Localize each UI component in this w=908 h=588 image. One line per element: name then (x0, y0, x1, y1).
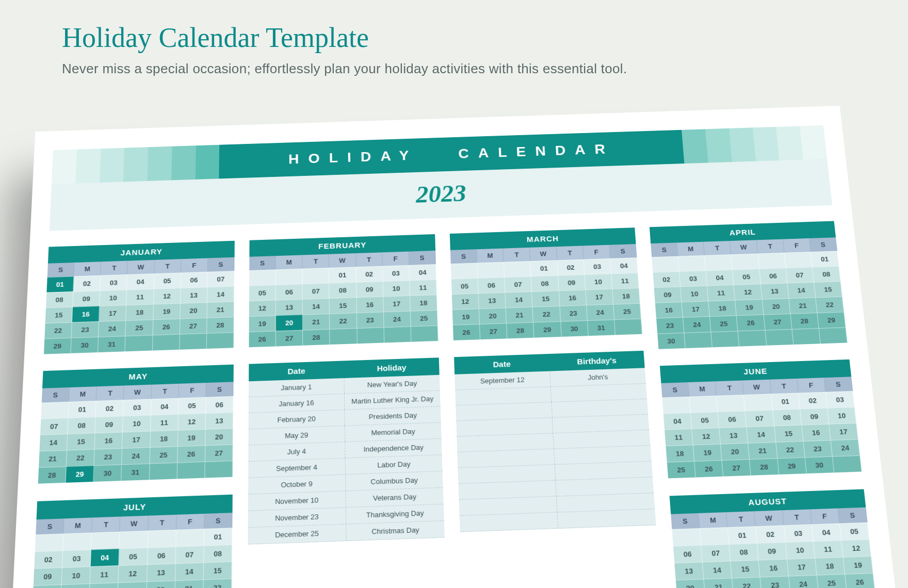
dow-cell: W (127, 260, 154, 274)
day-cell: 14 (303, 298, 330, 315)
month-january: JANUARYSMTWTFS01020304050607080910111213… (44, 241, 235, 354)
day-empty: 00 (732, 254, 759, 270)
day-empty: 00 (672, 528, 701, 546)
day-cell: 25 (150, 446, 177, 463)
day-cell: 13 (674, 562, 704, 580)
dow-cell: M (477, 249, 504, 263)
day-cell: 29 (777, 457, 807, 475)
day-cell: 19 (249, 315, 276, 332)
day-cell: 24 (587, 304, 614, 321)
day-cell: 08 (46, 291, 73, 307)
dow-cell: M (699, 512, 728, 528)
day-cell: 12 (692, 428, 721, 445)
day-cell: 17 (99, 305, 126, 321)
dow-cell: S (838, 508, 867, 524)
day-cell: 11 (611, 273, 639, 289)
day-cell: 03 (62, 549, 91, 567)
dow-cell: T (303, 254, 330, 269)
day-cell: 07 (40, 418, 69, 435)
day-cell: 22 (816, 297, 844, 313)
table-cell: Thanksgiving Day (346, 504, 444, 524)
day-cell: 10 (62, 566, 91, 584)
day-empty: 00 (177, 462, 205, 479)
day-empty: 00 (833, 455, 862, 473)
day-cell: 19 (178, 429, 206, 446)
day-cell: 31 (122, 463, 150, 481)
day-cell: 06 (206, 396, 233, 413)
day-cell: 11 (90, 565, 119, 583)
table-cell: October 9 (248, 475, 346, 494)
day-cell: 05 (451, 278, 479, 294)
day-cell: 22 (203, 578, 232, 588)
day-cell: 08 (729, 543, 759, 561)
day-cell: 22 (776, 441, 805, 458)
table-cell: Veterans Day (346, 488, 443, 508)
day-cell: 03 (583, 258, 611, 274)
dow-cell: S (409, 251, 436, 265)
day-cell: 17 (383, 296, 411, 312)
day-cell: 28 (750, 458, 779, 476)
day-empty: 00 (662, 397, 690, 414)
table-cell: January 1 (249, 378, 345, 397)
day-cell: 08 (68, 417, 96, 434)
dow-cell: T (782, 509, 812, 525)
day-empty: 00 (205, 461, 233, 478)
day-empty: 00 (41, 402, 69, 419)
day-cell: 14 (207, 286, 234, 302)
day-cell: 22 (67, 449, 95, 466)
day-cell: 09 (757, 542, 787, 560)
dow-cell: S (204, 513, 233, 529)
day-cell: 17 (829, 423, 858, 440)
dow-cell: T (504, 248, 531, 262)
dow-cell: M (74, 262, 102, 276)
dow-cell: M (688, 381, 717, 396)
day-cell: 24 (99, 320, 126, 337)
day-cell: 09 (800, 408, 829, 425)
day-empty: 00 (125, 335, 153, 351)
day-cell: 20 (205, 428, 233, 445)
day-cell: 30 (657, 333, 686, 349)
day-cell: 22 (44, 322, 72, 339)
day-cell: 06 (181, 272, 207, 288)
day-empty: 00 (35, 534, 64, 552)
day-empty: 00 (63, 533, 92, 551)
day-cell: 28 (38, 466, 67, 484)
day-cell: 15 (330, 297, 356, 314)
day-cell: 28 (303, 329, 330, 346)
dow-cell: S (249, 256, 276, 270)
day-empty: 00 (152, 334, 180, 351)
dow-cell: W (730, 240, 758, 254)
dow-cell: T (96, 385, 124, 401)
day-cell: 19 (843, 556, 873, 574)
day-cell: 06 (718, 411, 747, 428)
day-cell: 08 (330, 282, 356, 298)
day-empty: 00 (249, 269, 276, 285)
day-cell: 14 (40, 434, 68, 451)
day-empty: 00 (717, 395, 745, 412)
day-cell: 30 (805, 456, 834, 474)
day-cell: 23 (72, 321, 100, 338)
day-cell: 12 (249, 300, 276, 317)
banner-word-1: HOLIDAY (288, 148, 418, 167)
day-cell: 18 (90, 582, 119, 588)
day-cell: 10 (680, 286, 708, 302)
day-cell: 28 (790, 313, 819, 329)
day-cell: 08 (204, 545, 232, 563)
day-cell: 10 (785, 541, 815, 559)
dow-cell: T (756, 239, 784, 254)
day-cell: 11 (127, 289, 154, 305)
day-cell: 12 (178, 413, 206, 430)
month-july: JULYSMTWTFS00000000000001020304050607080… (31, 495, 233, 588)
day-empty: 00 (207, 332, 234, 349)
day-cell: 11 (707, 285, 735, 301)
day-cell: 21 (207, 301, 234, 318)
day-cell: 26 (249, 331, 276, 347)
dow-cell: S (651, 242, 678, 257)
day-cell: 12 (841, 539, 871, 557)
day-cell: 01 (728, 526, 757, 544)
month-may: MAYSMTWTFS000102030405060708091011121314… (38, 365, 234, 484)
day-cell: 09 (73, 290, 100, 306)
table-cell: Columbus Day (346, 471, 443, 491)
day-cell: 19 (153, 303, 181, 320)
table-cell: Independence Day (345, 439, 442, 458)
